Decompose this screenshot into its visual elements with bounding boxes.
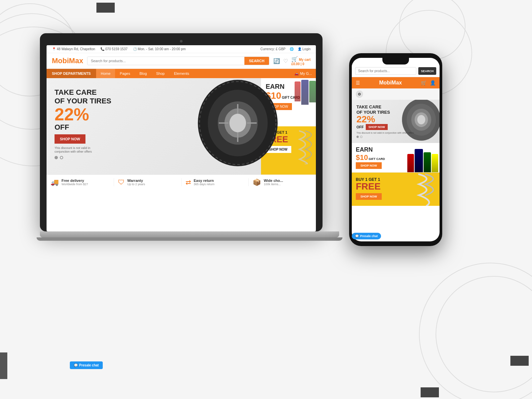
tire-image xyxy=(193,78,283,173)
phone-presale-chat-container: 💬 Presale chat xyxy=(352,233,381,239)
delivery-icon: 🚚 xyxy=(51,178,59,186)
phone-dot-1[interactable] xyxy=(356,136,359,138)
phone-hero-off: OFF xyxy=(356,125,364,129)
phone-earn-title: EARN xyxy=(356,146,385,153)
phone-hero-banner: TAKE CARE OF YOUR TIRES 22% OFF SHOP NOW… xyxy=(352,100,440,143)
phone-cart-icon[interactable]: 🛒 xyxy=(421,80,427,85)
warranty-icon: 🛡 xyxy=(118,179,125,186)
currency-selector[interactable]: Currency: £ GBP xyxy=(260,47,286,51)
phone-spring-image xyxy=(415,173,438,207)
my-garage[interactable]: 🚗 My G... xyxy=(294,71,316,76)
wide-icon: 📦 xyxy=(253,178,261,186)
phone-buy1get1-section: BUY 1 GET 1 FREE SHOP NOW xyxy=(352,173,440,206)
return-sub: 365 days return xyxy=(194,183,215,186)
feature-strip: 🚚 Free delivery Worldwide from $27 🛡 War… xyxy=(47,175,316,190)
warranty-title: Warranty xyxy=(127,179,145,183)
site-logo: MobiMax xyxy=(52,57,83,65)
laptop-screen-outer: 📍 48 Walwyn Rd, Chapelton 📞 070 5159 153… xyxy=(40,33,323,231)
warranty-sub: Up to 2 years xyxy=(127,183,145,186)
return-title: Easy return xyxy=(194,179,215,183)
settings-icon[interactable]: ⚙ xyxy=(356,90,363,98)
deco-rect-1 xyxy=(96,3,115,13)
delivery-sub: Worldwide from $27 xyxy=(62,183,88,186)
cart-info[interactable]: 🛒 My cart £0.00 | 0 xyxy=(291,56,311,66)
laptop-foot xyxy=(37,237,342,241)
spring-image xyxy=(296,128,315,166)
phone-menu-icon[interactable]: ☰ xyxy=(356,80,360,85)
laptop-presale-chat[interactable]: 💬 Presale chat xyxy=(70,361,103,369)
nav-links: Home Pages Blog Shop Elements xyxy=(96,69,194,78)
phone-search-input[interactable] xyxy=(355,67,416,75)
topbar-right: Currency: £ GBP 🌐 👤 Login xyxy=(260,47,311,51)
shop-departments-button[interactable]: SHOP DEPARTMENTS xyxy=(47,69,96,78)
feature-wide: 📦 Wide cho... 100k items... xyxy=(249,178,316,186)
delivery-title: Free delivery xyxy=(62,179,88,183)
phone-user-icon[interactable]: 👤 xyxy=(430,80,436,85)
nav-elements[interactable]: Elements xyxy=(169,69,194,78)
deco-circle-5 xyxy=(419,263,532,399)
topbar-left: 📍 48 Walwyn Rd, Chapelton 📞 070 5159 153… xyxy=(52,47,186,51)
nav-pages[interactable]: Pages xyxy=(115,69,135,78)
presale-chat-button[interactable]: 💬 Presale chat xyxy=(70,361,103,369)
site-nav: SHOP DEPARTMENTS Home Pages Blog Shop El… xyxy=(47,69,316,78)
phone-earn-text: EARN $10 GIFT CARD SHOP NOW xyxy=(356,146,385,169)
phone-notch xyxy=(382,58,409,65)
site-topbar: 📍 48 Walwyn Rd, Chapelton 📞 070 5159 153… xyxy=(47,45,316,53)
phone-hero-shop-button[interactable]: SHOP NOW xyxy=(366,124,388,130)
laptop-mockup: 📍 48 Walwyn Rd, Chapelton 📞 070 5159 153… xyxy=(40,33,339,283)
refresh-icon[interactable]: 🔄 xyxy=(273,58,280,64)
hero-off: OFF xyxy=(55,123,152,132)
topbar-phone: 📞 070 5159 1537 xyxy=(100,47,128,51)
wishlist-icon[interactable]: ♡ xyxy=(283,58,288,64)
phone-search-bar: SEARCH xyxy=(352,64,440,77)
phone-oil-bottles xyxy=(407,143,438,172)
hero-disclaimer: This discount is not valid in conjunctio… xyxy=(55,146,101,154)
slider-dot-2[interactable] xyxy=(60,156,63,159)
feature-return-text: Easy return 365 days return xyxy=(194,179,215,186)
hero-shop-now-button[interactable]: SHOP NOW xyxy=(55,134,85,144)
nav-home[interactable]: Home xyxy=(96,69,115,78)
hero-banner: TAKE CARE OF YOUR TIRES 22% OFF SHOP NOW… xyxy=(47,78,316,175)
deco-rect-2 xyxy=(0,352,7,379)
feature-return: ⇄ Easy return 365 days return xyxy=(182,178,249,186)
phone-settings-bar: ⚙ xyxy=(352,88,440,100)
feature-warranty: 🛡 Warranty Up to 2 years xyxy=(114,178,182,186)
feature-delivery: 🚚 Free delivery Worldwide from $27 xyxy=(47,178,114,186)
deco-rect-4 xyxy=(421,387,439,397)
chat-icon: 💬 xyxy=(74,363,78,367)
deco-circle-4 xyxy=(436,276,532,392)
topbar-address: 📍 48 Walwyn Rd, Chapelton xyxy=(52,47,95,51)
cart-icon: 🛒 xyxy=(291,56,298,62)
wide-sub: 100k items... xyxy=(264,183,283,186)
nav-shop[interactable]: Shop xyxy=(152,69,170,78)
phone-buy1get1-shop-button[interactable]: SHOP NOW xyxy=(356,193,382,200)
phone-header-icons: 🛒 👤 xyxy=(421,80,436,85)
phone-tire-image xyxy=(400,100,440,143)
phone-chat-icon: 💬 xyxy=(355,234,359,238)
language-icon[interactable]: 🌐 xyxy=(290,47,294,51)
slider-dot-1[interactable] xyxy=(55,156,58,159)
phone-screen: SEARCH ☰ MobiMax 🛒 👤 ⚙ xyxy=(352,58,440,241)
laptop-screen: 📍 48 Walwyn Rd, Chapelton 📞 070 5159 153… xyxy=(47,45,316,231)
phone-presale-chat-button[interactable]: 💬 Presale chat xyxy=(352,233,381,239)
return-icon: ⇄ xyxy=(186,178,191,186)
search-input[interactable] xyxy=(87,57,244,65)
nav-blog[interactable]: Blog xyxy=(135,69,152,78)
site-header: MobiMax SEARCH 🔄 ♡ 🛒 My cart £0.00 | 0 xyxy=(47,53,316,69)
deco-circle-6 xyxy=(399,0,466,60)
phone-dot-2[interactable] xyxy=(360,136,362,138)
phone-earn-gift: GIFT CARD xyxy=(369,157,385,161)
header-icons: 🔄 ♡ 🛒 My cart £0.00 | 0 xyxy=(273,56,311,66)
phone-earn-amount-row: $10 GIFT CARD xyxy=(356,153,385,162)
search-button[interactable]: SEARCH xyxy=(244,57,269,65)
slider-dots xyxy=(55,156,152,159)
phone-earn-shop-button[interactable]: SHOP NOW xyxy=(356,162,382,169)
phone-earn-amount: $10 xyxy=(356,153,368,162)
phone-earn-section: EARN $10 GIFT CARD SHOP NOW xyxy=(352,143,440,173)
phone-logo: MobiMax xyxy=(379,80,402,86)
phone-mockup: SEARCH ☰ MobiMax 🛒 👤 ⚙ xyxy=(349,53,442,246)
hero-percent: 22% xyxy=(55,106,152,123)
login-link[interactable]: 👤 Login xyxy=(298,47,311,51)
laptop-base xyxy=(40,231,339,237)
phone-search-button[interactable]: SEARCH xyxy=(418,67,436,75)
